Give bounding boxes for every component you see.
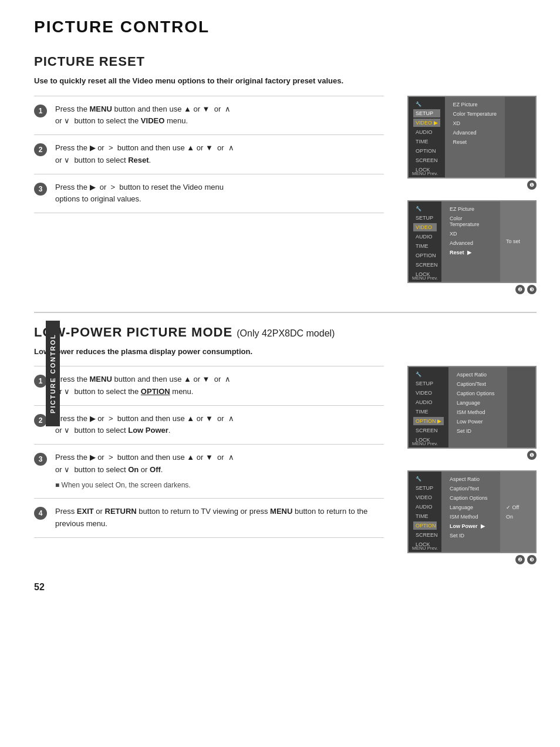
step-text-2: Press the ▶ or > button and then use ▲ o… [55, 142, 234, 167]
step-1-2: 2 Press the ▶ or > button and then use ▲… [34, 134, 384, 174]
step-num-1: 1 [34, 105, 47, 117]
section2-desc: Low power reduces the plasma display pow… [34, 346, 537, 358]
section1-menu2: 🔧 SETUP VIDEO AUDIO TIME OPTION SCREEN L… [407, 200, 537, 283]
section-low-power: LOW-POWER PICTURE MODE (Only 42PX8DC mod… [34, 325, 537, 565]
step-1-3: 3 Press the ▶ or > button to reset the V… [34, 174, 384, 214]
s2menu1-right: Aspect Ratio Caption/Text Caption Option… [448, 367, 507, 447]
section2-steps: 1 Press the MENU button and then use ▲ o… [34, 366, 384, 564]
page-number: 52 [34, 582, 537, 593]
s2-badge-3: ❸ [527, 555, 537, 564]
step-text-1: Press the MENU button and then use ▲ or … [55, 103, 231, 128]
s2-badge-2: ❷ [515, 555, 525, 564]
side-label: PICTURE CONTROL [46, 321, 60, 426]
step2-text-3: Press the ▶ or > button and then use ▲ o… [55, 452, 234, 491]
badge-2: ❷ [515, 285, 525, 294]
section2-menu2: 🔧 SETUP VIDEO AUDIO TIME OPTION SCREEN L… [407, 470, 537, 553]
step-2-3: 3 Press the ▶ or > button and then use ▲… [34, 444, 384, 498]
section1-title: PICTURE RESET [34, 54, 537, 69]
section2-subtitle: (Only 42PX8DC model) [237, 328, 335, 338]
step2-num-4: 4 [34, 507, 47, 520]
section1-images: 🔧 SETUP VIDEO ▶ AUDIO TIME OPTION SCREEN… [396, 96, 537, 294]
badge-1: ❶ [527, 180, 537, 190]
step-2-1: 1 Press the MENU button and then use ▲ o… [34, 366, 384, 405]
badge-3: ❸ [527, 285, 537, 294]
step2-text-4: Press EXIT or RETURN button to return to… [55, 506, 384, 530]
step2-num-2: 2 [34, 414, 47, 427]
menu1-left: 🔧 SETUP VIDEO ▶ AUDIO TIME OPTION SCREEN… [409, 97, 445, 177]
step2-text-2: Press the ▶ or > button and then use ▲ o… [55, 413, 234, 438]
step-text-3: Press the ▶ or > button to reset the Vid… [55, 181, 224, 206]
page-title: PICTURE CONTROL [34, 18, 537, 36]
s2-badge-1: ❶ [527, 450, 537, 460]
menu2-left: 🔧 SETUP VIDEO AUDIO TIME OPTION SCREEN L… [409, 201, 441, 282]
step-2-4: 4 Press EXIT or RETURN button to return … [34, 498, 384, 538]
menu2-right: EZ Picture Color Temperature XD Advanced… [441, 201, 500, 282]
s2menu2-left: 🔧 SETUP VIDEO AUDIO TIME OPTION SCREEN L… [409, 472, 441, 552]
step-num-3: 3 [34, 183, 47, 196]
step-num-2: 2 [34, 143, 47, 156]
section1-desc: Use to quickly reset all the Video menu … [34, 75, 537, 87]
menu2-extra: To set [500, 201, 535, 282]
section2-title: LOW-POWER PICTURE MODE (Only 42PX8DC mod… [34, 325, 537, 340]
s2menu2-extra: ✓ Off On [500, 472, 535, 552]
s2menu2-right: Aspect Ratio Caption/Text Caption Option… [441, 472, 500, 552]
step-1-1: 1 Press the MENU button and then use ▲ o… [34, 96, 384, 135]
section1-steps: 1 Press the MENU button and then use ▲ o… [34, 96, 384, 294]
section-picture-reset: PICTURE RESET Use to quickly reset all t… [34, 54, 537, 294]
section1-menu1: 🔧 SETUP VIDEO ▶ AUDIO TIME OPTION SCREEN… [407, 96, 537, 179]
section2-images: 🔧 SETUP VIDEO AUDIO TIME OPTION ▶ SCREEN… [396, 366, 537, 564]
step2-text-1: Press the MENU button and then use ▲ or … [55, 374, 231, 398]
s2menu1-left: 🔧 SETUP VIDEO AUDIO TIME OPTION ▶ SCREEN… [409, 367, 448, 447]
menu1-right: EZ Picture Color Temperature XD Advanced… [445, 97, 505, 177]
step2-num-1: 1 [34, 375, 47, 388]
section2-menu1: 🔧 SETUP VIDEO AUDIO TIME OPTION ▶ SCREEN… [407, 366, 537, 449]
step-2-2: 2 Press the ▶ or > button and then use ▲… [34, 405, 384, 445]
step2-note-3: ■ When you select On, the screen darkens… [55, 480, 234, 491]
step2-num-3: 3 [34, 453, 47, 466]
